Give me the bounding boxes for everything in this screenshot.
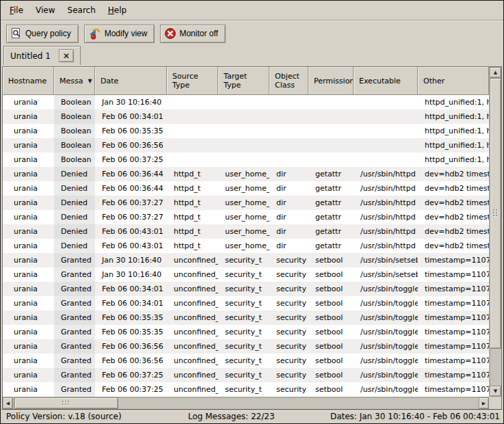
table-row[interactable]: uraniaBooleanFeb 06 00:35:35httpd_unifie… <box>3 124 489 138</box>
table-row[interactable]: uraniaBooleanJan 30 10:16:40httpd_unifie… <box>3 95 489 109</box>
cell-target-type: security_t <box>218 339 269 354</box>
cell-object-class: dir <box>269 210 308 224</box>
cell-source-type <box>167 153 218 167</box>
cell-object-class <box>269 95 308 109</box>
table-row[interactable]: uraniaDeniedFeb 06 00:36:44httpd_tuser_h… <box>3 167 489 181</box>
modify-view-button[interactable]: Modify view <box>84 25 155 43</box>
cell-other: timestamp=11076 <box>418 339 489 354</box>
cell-executable <box>354 95 418 109</box>
cell-target-type: user_home_ <box>218 181 269 196</box>
cell-executable <box>354 124 418 138</box>
cell-executable: /usr/sbin/httpd <box>354 210 418 224</box>
column-header-target-type[interactable]: Target Type <box>218 67 269 95</box>
cell-executable: /usr/sbin/toggle <box>354 310 418 325</box>
table-row[interactable]: uraniaGrantedFeb 06 00:37:25unconfined_s… <box>3 368 489 382</box>
cell-hostname: urania <box>3 382 54 397</box>
log-table-frame: HostnameMessa▼DateSource TypeTarget Type… <box>2 66 502 410</box>
menu-item-view[interactable]: View <box>29 3 61 17</box>
table-row[interactable]: uraniaDeniedFeb 06 00:37:27httpd_tuser_h… <box>3 210 489 224</box>
cell-message: Boolean <box>54 109 95 124</box>
table-row[interactable]: uraniaDeniedFeb 06 00:43:01httpd_tuser_h… <box>3 224 489 239</box>
column-header-hostname[interactable]: Hostname <box>3 67 54 95</box>
cell-target-type: security_t <box>218 253 269 267</box>
table-row[interactable]: uraniaGrantedFeb 06 00:34:01unconfined_s… <box>3 282 489 296</box>
table-row[interactable]: uraniaBooleanFeb 06 00:36:56httpd_unifie… <box>3 138 489 153</box>
column-header-date[interactable]: Date <box>95 67 167 95</box>
cell-other: timestamp=11076 <box>418 354 489 368</box>
cell-object-class: dir <box>269 167 308 181</box>
table-row[interactable]: uraniaBooleanFeb 06 00:37:25httpd_unifie… <box>3 153 489 167</box>
app-window: FileViewSearchHelp Query policyModify vi… <box>0 0 504 424</box>
table-row[interactable]: uraniaGrantedJan 30 10:16:40unconfined_s… <box>3 253 489 267</box>
horizontal-scrollbar[interactable]: ◀ ▶ <box>3 397 489 409</box>
table-row[interactable]: uraniaGrantedFeb 06 00:35:35unconfined_s… <box>3 325 489 339</box>
cell-object-class: security <box>269 325 308 339</box>
cell-object-class: dir <box>269 181 308 196</box>
table-row[interactable]: uraniaGrantedFeb 06 00:35:35unconfined_s… <box>3 310 489 325</box>
scroll-left-button[interactable]: ◀ <box>3 397 13 409</box>
menu-item-search[interactable]: Search <box>62 3 102 17</box>
table-row[interactable]: uraniaGrantedFeb 06 00:36:56unconfined_s… <box>3 339 489 354</box>
cell-target-type: security_t <box>218 354 269 368</box>
vertical-scroll-track[interactable] <box>490 78 501 386</box>
x-icon: ✕ <box>63 51 70 61</box>
table-row[interactable]: uraniaDeniedFeb 06 00:37:27httpd_tuser_h… <box>3 196 489 210</box>
table-row[interactable]: uraniaGrantedJan 30 10:16:40unconfined_s… <box>3 267 489 282</box>
cell-permission: setbool <box>308 325 354 339</box>
column-header-executable[interactable]: Executable <box>354 67 418 95</box>
toolbar-button-label: Monitor off <box>179 29 217 38</box>
cell-other: timestamp=11076 <box>418 368 489 382</box>
cell-source-type: unconfined_ <box>167 267 218 282</box>
arrow-up-icon: ▲ <box>494 70 497 75</box>
table-row[interactable]: uraniaDeniedFeb 06 00:43:01httpd_tuser_h… <box>3 239 489 253</box>
cell-target-type <box>218 109 269 124</box>
cell-hostname: urania <box>3 310 54 325</box>
monitor-off-button[interactable]: Monitor off <box>160 25 225 43</box>
cell-object-class: security <box>269 267 308 282</box>
tab-close-button[interactable]: ✕ <box>59 49 74 62</box>
cell-date: Feb 06 00:37:27 <box>95 210 167 224</box>
cell-target-type: security_t <box>218 325 269 339</box>
cell-object-class: security <box>269 368 308 382</box>
cell-date: Feb 06 00:34:01 <box>95 109 167 124</box>
query-policy-button[interactable]: Query policy <box>6 25 79 43</box>
horizontal-scroll-track[interactable] <box>13 397 479 409</box>
cell-target-type: user_home_ <box>218 224 269 239</box>
cell-target-type <box>218 95 269 109</box>
scroll-down-button[interactable]: ▼ <box>490 386 501 397</box>
cell-object-class: dir <box>269 239 308 253</box>
vertical-scrollbar[interactable]: ▲ ▼ <box>489 67 501 397</box>
cell-source-type: httpd_t <box>167 181 218 196</box>
cell-permission: setbool <box>308 354 354 368</box>
table-row[interactable]: uraniaDeniedFeb 06 00:36:44httpd_tuser_h… <box>3 181 489 196</box>
column-header-source-type[interactable]: Source Type <box>167 67 218 95</box>
tab-untitled-1[interactable]: Untitled 1 ✕ <box>3 46 81 65</box>
column-header-message[interactable]: Messa▼ <box>54 67 95 95</box>
vertical-scroll-thumb[interactable] <box>490 78 501 349</box>
cell-message: Granted <box>54 267 95 282</box>
cell-source-type <box>167 124 218 138</box>
column-header-permission[interactable]: Permission <box>308 67 354 95</box>
cell-other: timestamp=11071 <box>418 267 489 282</box>
horizontal-scroll-thumb[interactable] <box>14 397 118 409</box>
cell-target-type: security_t <box>218 368 269 382</box>
menu-item-file[interactable]: File <box>3 3 29 17</box>
table-row[interactable]: uraniaBooleanFeb 06 00:34:01httpd_unifie… <box>3 109 489 124</box>
menu-item-help[interactable]: Help <box>102 3 133 17</box>
table-row[interactable]: uraniaGrantedFeb 06 00:34:01unconfined_s… <box>3 296 489 310</box>
cell-date: Feb 06 00:37:25 <box>95 153 167 167</box>
scroll-right-button[interactable]: ▶ <box>479 397 489 409</box>
table-row[interactable]: uraniaGrantedFeb 06 00:36:56unconfined_s… <box>3 354 489 368</box>
column-header-other[interactable]: Other <box>418 67 489 95</box>
cell-executable: /usr/sbin/setseb <box>354 267 418 282</box>
scroll-up-button[interactable]: ▲ <box>490 67 501 78</box>
cell-date: Feb 06 00:37:27 <box>95 196 167 210</box>
cell-source-type: unconfined_ <box>167 310 218 325</box>
cell-message: Denied <box>54 167 95 181</box>
column-header-object-class[interactable]: Object Class <box>269 67 308 95</box>
cell-target-type: security_t <box>218 267 269 282</box>
policy-version-status: Policy Version: v.18 (source) <box>6 410 122 423</box>
cell-hostname: urania <box>3 267 54 282</box>
table-row[interactable]: uraniaGrantedFeb 06 00:37:25unconfined_s… <box>3 382 489 397</box>
cell-hostname: urania <box>3 196 54 210</box>
